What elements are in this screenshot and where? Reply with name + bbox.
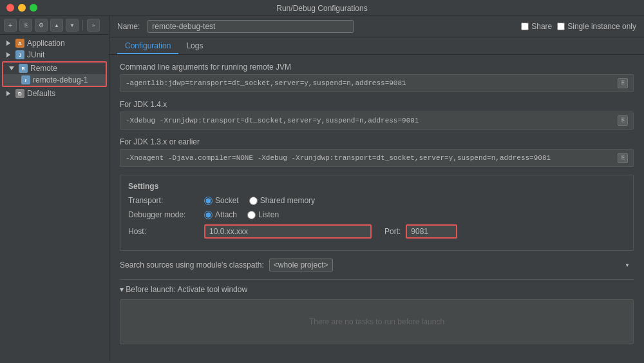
application-icon: A xyxy=(15,39,24,48)
junit-label: JUnit xyxy=(27,50,44,59)
debugger-listen-label: Listen xyxy=(258,210,279,219)
title-bar: Run/Debug Configurations xyxy=(0,0,644,16)
triangle-down-icon xyxy=(7,64,16,73)
right-panel: Name: Share Single instance only Configu… xyxy=(109,16,644,361)
no-tasks-label: There are no tasks to run before launch xyxy=(309,317,444,326)
settings-config-button[interactable]: ⚙ xyxy=(35,19,48,32)
header-right: Share Single instance only xyxy=(521,22,636,31)
before-launch-section: ▾ Before launch: Activate tool window Th… xyxy=(120,279,634,344)
single-instance-label: Single instance only xyxy=(567,22,636,31)
classpath-select-wrapper: <whole project> xyxy=(269,259,634,271)
jdk13-label: For JDK 1.3.x or earlier xyxy=(120,137,634,146)
toolbar-divider xyxy=(82,20,83,30)
remote-icon: R xyxy=(19,64,28,73)
defaults-label: Defaults xyxy=(27,89,55,98)
copy-jvm-args-button[interactable]: ⎘ xyxy=(618,78,628,88)
debugger-mode-label: Debugger mode: xyxy=(128,210,199,219)
expand-button[interactable]: » xyxy=(87,19,100,32)
remote-label: Remote xyxy=(30,64,57,73)
jvm-args-box: -agentlib:jdwp=transport=dt_socket,serve… xyxy=(120,74,634,92)
name-label: Name: xyxy=(117,22,140,31)
sidebar-item-junit[interactable]: J JUnit xyxy=(0,49,109,61)
transport-sharedmem-option[interactable]: Shared memory xyxy=(249,196,315,205)
jdk14-args-box: -Xdebug -Xrunjdwp:transport=dt_socket,se… xyxy=(120,112,634,130)
settings-title: Settings xyxy=(128,182,625,191)
tab-configuration[interactable]: Configuration xyxy=(117,37,178,54)
application-label: Application xyxy=(27,39,65,48)
name-input[interactable] xyxy=(147,20,354,33)
single-instance-checkbox[interactable] xyxy=(557,23,565,30)
host-input[interactable] xyxy=(204,224,372,239)
debugger-attach-radio[interactable] xyxy=(204,211,213,219)
sidebar-toolbar: + ⎘ ⚙ ▲ ▼ » xyxy=(0,16,109,35)
debugger-mode-radio-group: Attach Listen xyxy=(204,210,279,219)
transport-sharedmem-label: Shared memory xyxy=(260,196,315,205)
window-title: Run/Debug Configurations xyxy=(276,4,367,13)
transport-row: Transport: Socket Shared memory xyxy=(128,196,625,205)
debugger-attach-label: Attach xyxy=(215,210,237,219)
port-label: Port: xyxy=(384,227,401,236)
transport-radio-group: Socket Shared memory xyxy=(204,196,315,205)
tabs-bar: Configuration Logs xyxy=(109,37,644,55)
config-icon: r xyxy=(21,75,30,84)
close-button[interactable] xyxy=(6,4,14,12)
main-layout: + ⎘ ⚙ ▲ ▼ » A Application J xyxy=(0,16,644,361)
debugger-listen-radio[interactable] xyxy=(247,211,256,219)
transport-socket-option[interactable]: Socket xyxy=(204,196,239,205)
triangle-right-icon xyxy=(4,50,13,59)
minimize-button[interactable] xyxy=(18,4,26,12)
jdk14-args-text: -Xdebug -Xrunjdwp:transport=dt_socket,se… xyxy=(126,117,419,124)
triangle-right-icon xyxy=(4,89,13,98)
share-checkbox-label[interactable]: Share xyxy=(521,22,552,31)
maximize-button[interactable] xyxy=(30,4,37,12)
jdk14-label: For JDK 1.4.x xyxy=(120,100,634,109)
host-port-row: Host: Port: xyxy=(128,224,625,239)
before-launch-title[interactable]: ▾ Before launch: Activate tool window xyxy=(120,285,634,294)
transport-sharedmem-radio[interactable] xyxy=(249,197,258,205)
sidebar-item-application[interactable]: A Application xyxy=(0,37,109,49)
port-input[interactable] xyxy=(406,224,457,239)
debugger-attach-option[interactable]: Attach xyxy=(204,210,237,219)
settings-box: Settings Transport: Socket Shared memory xyxy=(120,175,634,251)
sidebar-tree: A Application J JUnit R Remote xyxy=(0,35,109,361)
share-checkbox[interactable] xyxy=(521,23,529,30)
classpath-select[interactable]: <whole project> xyxy=(269,259,333,271)
no-tasks-area: There are no tasks to run before launch xyxy=(120,299,634,344)
sidebar-item-defaults[interactable]: D Defaults xyxy=(0,88,109,99)
jdk13-args-box: -Xnoagent -Djava.compiler=NONE -Xdebug -… xyxy=(120,149,634,167)
traffic-lights xyxy=(6,4,37,12)
sidebar-item-remote[interactable]: R Remote xyxy=(3,63,106,74)
remote-debug-label: remote-debug-1 xyxy=(33,75,88,84)
debugger-listen-option[interactable]: Listen xyxy=(247,210,279,219)
jvm-section-label: Command line arguments for running remot… xyxy=(120,63,634,72)
copy-config-button[interactable]: ⎘ xyxy=(19,19,32,32)
classpath-row: Search sources using module's classpath:… xyxy=(120,259,634,271)
copy-jdk13-args-button[interactable]: ⎘ xyxy=(618,153,628,163)
transport-socket-label: Socket xyxy=(215,196,239,205)
sidebar: + ⎘ ⚙ ▲ ▼ » A Application J xyxy=(0,16,109,361)
config-header: Name: Share Single instance only xyxy=(109,16,644,37)
classpath-label: Search sources using module's classpath: xyxy=(120,260,264,270)
defaults-icon: D xyxy=(15,89,24,98)
debugger-mode-row: Debugger mode: Attach Listen xyxy=(128,210,625,219)
copy-jdk14-args-button[interactable]: ⎘ xyxy=(618,115,628,126)
jvm-args-text: -agentlib:jdwp=transport=dt_socket,serve… xyxy=(126,79,406,87)
sidebar-item-remote-debug[interactable]: r remote-debug-1 xyxy=(3,74,106,86)
content-area: Command line arguments for running remot… xyxy=(109,55,644,361)
transport-socket-radio[interactable] xyxy=(204,197,213,205)
move-up-button[interactable]: ▲ xyxy=(50,19,63,32)
share-label: Share xyxy=(531,22,552,31)
add-button[interactable]: + xyxy=(4,19,17,32)
transport-label: Transport: xyxy=(128,196,199,205)
remote-group-border: R Remote r remote-debug-1 xyxy=(2,61,107,87)
single-instance-checkbox-label[interactable]: Single instance only xyxy=(557,22,636,31)
host-label: Host: xyxy=(128,227,199,236)
triangle-right-icon xyxy=(4,39,13,48)
before-launch-label: ▾ Before launch: Activate tool window xyxy=(120,285,247,294)
jdk13-args-text: -Xnoagent -Djava.compiler=NONE -Xdebug -… xyxy=(126,154,551,162)
junit-icon: J xyxy=(15,50,24,59)
move-down-button[interactable]: ▼ xyxy=(66,19,79,32)
tab-logs[interactable]: Logs xyxy=(178,37,211,54)
